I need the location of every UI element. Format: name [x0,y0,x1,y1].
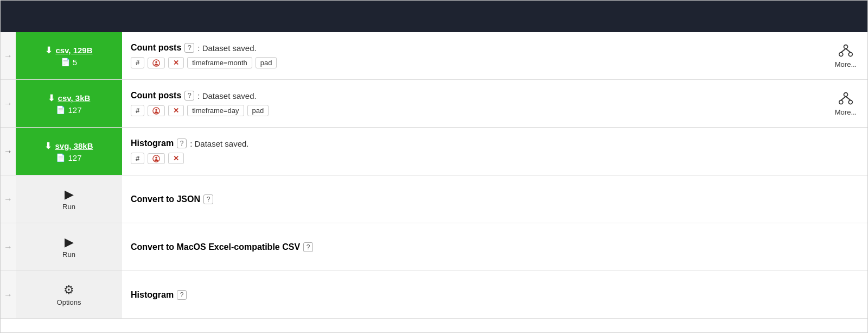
question-badge[interactable]: ? [177,290,187,300]
play-icon: ▶ [65,187,74,202]
svg-line-12 [841,97,846,100]
network-icon [838,43,853,58]
tag-hash[interactable]: # [131,105,144,116]
run-label: Run [62,250,75,259]
saved-text: : Dataset saved. [197,91,256,100]
row-arrow: → [1,223,16,271]
tag-x[interactable]: ✕ [168,153,184,164]
play-icon: ▶ [65,235,74,249]
result-content: Convert to JSON? [122,175,867,223]
result-title: Convert to JSON [131,194,200,204]
saved-text: : Dataset saved. [190,139,248,148]
count-label: 127 [68,105,81,115]
doc-icon: 📄 [56,153,65,162]
row-arrow: → [1,80,16,127]
svg-point-8 [155,109,157,111]
app-container: →⬇csv, 129B📄5Count posts?: Dataset saved… [0,0,868,333]
download-button[interactable]: ⬇svg, 38kB📄127 [16,128,122,175]
result-title-line: Count posts?: Dataset saved. [131,91,815,100]
row-arrow: → [1,32,16,79]
result-content: Count posts?: Dataset saved.#✕timeframe=… [122,32,824,79]
tag-hash[interactable]: # [131,153,144,164]
svg-point-10 [839,100,843,104]
question-badge[interactable]: ? [177,139,187,148]
result-title-line: Count posts?: Dataset saved. [131,43,815,53]
gear-icon: ⚙ [63,283,74,297]
result-title-line: Convert to JSON? [131,194,859,204]
svg-point-9 [844,93,848,97]
result-title-line: Histogram?: Dataset saved. [131,139,859,148]
format-label: svg, 38kB [55,141,93,150]
run-button[interactable]: ▶ Run [16,175,122,223]
tag-label[interactable]: timeframe=month [187,57,252,68]
question-badge[interactable]: ? [303,242,313,252]
result-title: Histogram [131,139,174,148]
tag-label[interactable]: pad [256,57,277,68]
result-row: →⬇svg, 38kB📄127Histogram?: Dataset saved… [1,128,867,175]
more-label: More... [835,60,857,68]
more-button[interactable]: More... [824,80,867,127]
result-content: Histogram?: Dataset saved.#✕ [122,128,867,175]
download-icon: ⬇ [44,141,52,151]
results-list: →⬇csv, 129B📄5Count posts?: Dataset saved… [1,32,867,332]
result-title: Count posts [131,91,181,100]
result-row: →⬇csv, 3kB📄127Count posts?: Dataset save… [1,80,867,128]
format-label: csv, 129B [55,46,92,55]
question-badge[interactable]: ? [184,91,194,100]
result-title: Convert to MacOS Excel-compatible CSV [131,242,300,252]
options-button[interactable]: ⚙ Options [16,271,122,318]
count-label: 127 [68,153,81,162]
tag-github[interactable] [148,153,165,164]
svg-point-2 [844,45,848,49]
svg-line-5 [841,49,846,53]
run-label: Run [62,203,75,211]
download-icon: ⬇ [48,93,55,103]
result-title-line: Convert to MacOS Excel-compatible CSV? [131,242,859,252]
row-arrow: → [1,271,16,318]
tags-line: #✕timeframe=monthpad [131,57,815,68]
tag-label[interactable]: pad [247,105,269,116]
more-button[interactable]: More... [824,32,867,79]
header [1,1,867,32]
doc-icon: 📄 [56,105,65,114]
svg-point-1 [155,61,157,63]
saved-text: : Dataset saved. [197,43,256,53]
result-row: →⬇csv, 129B📄5Count posts?: Dataset saved… [1,32,867,80]
tags-line: #✕timeframe=daypad [131,105,815,116]
expand-all-button[interactable] [844,12,857,21]
format-label: csv, 3kB [58,93,91,103]
row-arrow: → [1,175,16,223]
tag-hash[interactable]: # [131,57,144,68]
result-row: → ⚙ Options Histogram? [1,271,867,319]
question-badge[interactable]: ? [203,194,213,204]
question-badge[interactable]: ? [184,43,194,53]
svg-point-3 [839,53,843,56]
svg-point-15 [155,156,157,159]
network-icon [838,91,853,106]
svg-point-4 [848,53,852,56]
download-button[interactable]: ⬇csv, 3kB📄127 [16,80,122,127]
tag-label[interactable]: timeframe=day [187,105,244,116]
tag-github[interactable] [148,58,165,68]
result-title-line: Histogram? [131,290,859,300]
result-title: Count posts [131,43,181,53]
svg-line-13 [846,97,851,100]
download-icon: ⬇ [45,45,52,55]
result-content: Count posts?: Dataset saved.#✕timeframe=… [122,80,824,127]
result-title: Histogram [131,290,174,300]
download-button[interactable]: ⬇csv, 129B📄5 [16,32,122,79]
tags-line: #✕ [131,153,859,164]
result-row: → ▶ Run Convert to JSON? [1,175,867,223]
run-button[interactable]: ▶ Run [16,223,122,271]
result-content: Histogram? [122,271,867,318]
doc-icon: 📄 [61,58,70,66]
tag-x[interactable]: ✕ [168,57,184,68]
result-row: → ▶ Run Convert to MacOS Excel-compatibl… [1,223,867,271]
tag-github[interactable] [148,105,165,116]
tag-x[interactable]: ✕ [168,105,184,116]
svg-point-11 [848,100,852,104]
count-label: 5 [73,58,77,67]
options-label: Options [57,298,81,306]
svg-line-6 [846,49,851,53]
row-arrow: → [1,128,16,175]
